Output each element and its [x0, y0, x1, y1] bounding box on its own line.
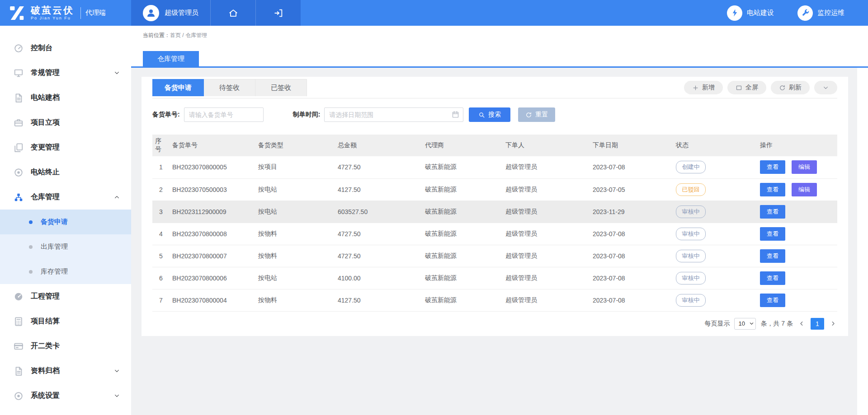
sidebar-subitem-label: 出库管理	[41, 242, 68, 251]
user-strip: 超级管理员	[131, 0, 301, 26]
more-button[interactable]	[814, 81, 837, 94]
status-badge: 审核中	[676, 205, 706, 218]
amount-cell: 603527.50	[335, 201, 422, 223]
orderer-cell: 超级管理员	[503, 245, 590, 267]
main: 当前位置：首页 / 仓库管理 仓库管理 备货申请待签收已签收新增全屏刷新 备货单…	[131, 26, 868, 415]
sidebar-item-station-filing[interactable]: 电站建档	[0, 85, 131, 110]
order-no-cell: BH2023070800004	[170, 289, 255, 311]
status-badge: 审核中	[676, 294, 706, 307]
agent-cell: 破茧新能源	[422, 223, 503, 245]
page-tab[interactable]: 仓库管理	[143, 51, 199, 66]
table-row: 2BH2023070500003按电站4127.50破茧新能源超级管理员2023…	[152, 178, 837, 201]
search-button-label: 搜索	[488, 111, 501, 119]
per-page-select[interactable]: 10	[734, 318, 756, 330]
page-number[interactable]: 1	[811, 318, 824, 330]
view-button[interactable]: 查看	[760, 294, 785, 307]
sidebar-item-engineering-management[interactable]: 工程管理	[0, 284, 131, 309]
order-no-cell: BH2023070800006	[170, 267, 255, 289]
amount-cell: 4127.50	[335, 289, 422, 311]
orderer-cell: 超级管理员	[503, 178, 590, 201]
search-icon	[478, 112, 485, 118]
view-button[interactable]: 查看	[760, 271, 785, 285]
home-button[interactable]	[210, 0, 255, 26]
chevron-right-icon	[830, 320, 836, 327]
chevron-down-icon	[113, 368, 120, 374]
actions-cell: 查看	[757, 245, 837, 267]
tab-received[interactable]: 已签收	[255, 79, 307, 96]
sidebar-item-system-settings[interactable]: 系统设置	[0, 383, 131, 408]
edit-button[interactable]: 编辑	[792, 183, 817, 196]
sidebar-subitem-outbound-management[interactable]: 出库管理	[0, 234, 131, 259]
date-cell: 2023-07-08	[590, 289, 673, 311]
monitor-icon	[14, 68, 24, 78]
amount-cell: 4727.50	[335, 156, 422, 178]
sidebar-item-general-management[interactable]: 常规管理	[0, 61, 131, 85]
view-button[interactable]: 查看	[760, 249, 785, 263]
gauge2-icon	[14, 292, 24, 302]
orderer-cell: 超级管理员	[503, 223, 590, 245]
agent-cell: 破茧新能源	[422, 178, 503, 201]
prev-page-button[interactable]	[797, 320, 806, 327]
sidebar-item-console[interactable]: 控制台	[0, 36, 131, 61]
user-menu[interactable]: 超级管理员	[131, 0, 210, 26]
sidebar-item-change-management[interactable]: 变更管理	[0, 135, 131, 160]
sidebar-item-label: 项目立项	[31, 118, 60, 127]
sidebar-subitem-inventory-management[interactable]: 库存管理	[0, 259, 131, 284]
search-button[interactable]: 搜索	[469, 107, 510, 122]
column-header: 备货单号	[170, 135, 255, 156]
logo-text: 破茧云伏 Po Jian Yun Fu	[31, 5, 74, 20]
sidebar-item-warehouse-management[interactable]: 仓库管理	[0, 185, 131, 210]
actions-cell: 查看	[757, 201, 837, 223]
header-nav-station-construction[interactable]: 电站建设	[727, 5, 774, 21]
fullscreen-button[interactable]: 全屏	[727, 81, 766, 94]
type-cell: 按物料	[255, 223, 335, 245]
calculator-icon	[14, 317, 24, 326]
refresh-button[interactable]: 刷新	[771, 81, 810, 94]
view-button[interactable]: 查看	[760, 227, 785, 241]
logo[interactable]: 破茧云伏 Po Jian Yun Fu 代理端	[0, 0, 131, 26]
reset-button[interactable]: 重置	[518, 107, 555, 122]
reset-icon	[525, 112, 532, 118]
order-no-input[interactable]	[184, 107, 264, 122]
logout-button[interactable]	[255, 0, 301, 26]
sidebar-item-data-archiving[interactable]: 资料归档	[0, 359, 131, 383]
amount-cell: 4100.00	[335, 267, 422, 289]
doc-icon	[14, 366, 24, 376]
column-header: 下单日期	[590, 135, 673, 156]
sitemap-icon	[14, 192, 24, 202]
view-button[interactable]: 查看	[760, 160, 785, 174]
button-label: 刷新	[789, 84, 802, 92]
sidebar-item-station-termination[interactable]: 电站终止	[0, 160, 131, 185]
header-nav-monitoring-ops[interactable]: 监控运维	[797, 5, 844, 21]
sidebar-item-project-settlement[interactable]: 项目结算	[0, 309, 131, 334]
next-page-button[interactable]	[829, 320, 837, 327]
status-badge: 创建中	[676, 161, 706, 173]
status-cell: 审核中	[673, 289, 757, 311]
date-range-input[interactable]	[324, 107, 463, 122]
doc-icon	[14, 93, 24, 103]
view-button[interactable]: 查看	[760, 183, 785, 196]
sidebar-item-project-initiation[interactable]: 项目立项	[0, 110, 131, 135]
sidebar-subitem-stock-application[interactable]: 备货申请	[0, 210, 131, 234]
agent-cell: 破茧新能源	[422, 289, 503, 311]
sidebar-item-class2-card[interactable]: 开二类卡	[0, 334, 131, 359]
app-header: 破茧云伏 Po Jian Yun Fu 代理端 超级管理员 电站建设监控运维	[0, 0, 868, 26]
logo-icon	[7, 3, 27, 23]
dot-icon	[29, 245, 33, 249]
add-button[interactable]: 新增	[684, 81, 723, 94]
refresh-icon	[779, 84, 786, 91]
actions-cell: 查看	[757, 289, 837, 311]
order-no-cell: BH2023070500003	[170, 178, 255, 201]
edit-button[interactable]: 编辑	[792, 160, 817, 174]
date-cell: 2023-07-08	[590, 245, 673, 267]
tab-pending-receipt[interactable]: 待签收	[204, 79, 255, 96]
fullscreen-icon	[736, 84, 742, 91]
tab-stock-application[interactable]: 备货申请	[152, 79, 204, 96]
table-row: 3BH2023112900009按电站603527.50破茧新能源超级管理员20…	[152, 201, 837, 223]
dot-icon	[29, 220, 33, 224]
user-name: 超级管理员	[165, 9, 198, 17]
view-button[interactable]: 查看	[760, 205, 785, 219]
orderer-cell: 超级管理员	[503, 201, 590, 223]
chevron-left-icon	[798, 320, 805, 327]
date-cell: 2023-07-08	[590, 156, 673, 178]
